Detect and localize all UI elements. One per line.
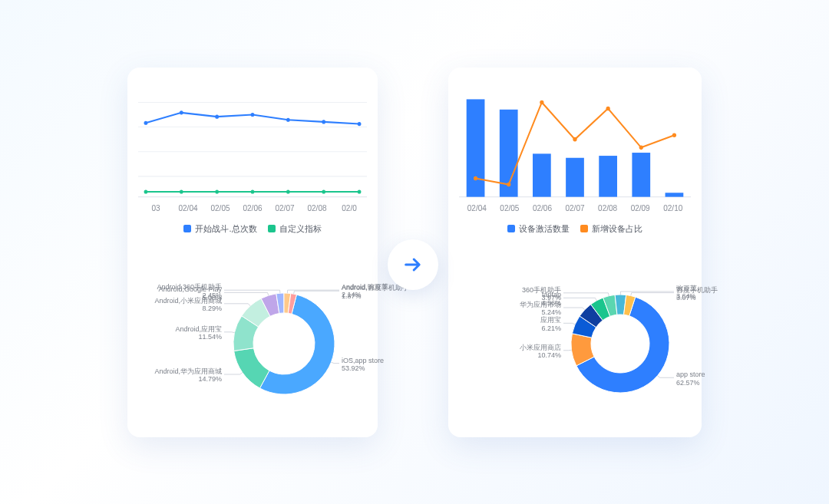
svg-point-14 xyxy=(215,189,219,193)
left-donut-chart: iOS,app store53.92%Android,华为应用商城14.79%A… xyxy=(138,253,367,436)
line-chart-x-ticks: 0302/0402/0502/0602/0702/0802/0 xyxy=(138,204,367,212)
legend-item: 自定义指标 xyxy=(268,223,322,235)
svg-point-16 xyxy=(286,189,290,193)
svg-point-10 xyxy=(322,120,325,124)
svg-point-12 xyxy=(144,189,148,193)
svg-point-29 xyxy=(540,100,543,105)
donut-label: Android,百度手机助手1.87% xyxy=(342,284,409,300)
donut-label: app store62.57% xyxy=(676,371,705,387)
combo-chart-x-ticks: 02/0402/0502/0602/0702/0802/0902/10 xyxy=(459,204,691,212)
svg-point-31 xyxy=(606,107,610,111)
svg-point-5 xyxy=(144,121,148,125)
svg-point-32 xyxy=(639,146,643,150)
legend-item: 开始战斗.总次数 xyxy=(183,223,256,235)
donut-label: 百度手机助手3.07% xyxy=(676,286,718,302)
svg-rect-24 xyxy=(599,156,617,197)
right-panel: 02/0402/0502/0602/0702/0802/0902/10 设备激活… xyxy=(448,68,702,437)
svg-point-13 xyxy=(180,189,183,193)
svg-rect-20 xyxy=(467,99,485,196)
left-panel: 0302/0402/0502/0602/0702/0802/0 开始战斗.总次数… xyxy=(127,68,378,437)
line-chart-legend: 开始战斗.总次数 自定义指标 xyxy=(138,223,367,235)
svg-point-8 xyxy=(251,113,255,117)
svg-point-33 xyxy=(672,133,676,138)
donut-label: iOS,app store53.92% xyxy=(342,357,384,373)
svg-point-15 xyxy=(251,189,255,193)
svg-point-9 xyxy=(286,118,290,122)
donut-label: Android,360手机助手2.45% xyxy=(157,283,222,299)
arrow-right-icon xyxy=(388,239,438,290)
line-chart xyxy=(138,86,367,201)
svg-rect-22 xyxy=(533,153,551,196)
donut-label: Android,华为应用商城14.79% xyxy=(154,367,222,384)
combo-chart xyxy=(459,86,691,201)
svg-point-30 xyxy=(573,137,576,142)
svg-point-17 xyxy=(322,189,325,193)
svg-point-18 xyxy=(358,189,362,193)
donut-label: 小米应用商店10.74% xyxy=(520,344,561,360)
svg-rect-26 xyxy=(666,193,684,196)
legend-item: 新增设备占比 xyxy=(580,223,642,235)
right-donut-chart: app store62.57%小米应用商店10.74%应用宝6.21%华为应用市… xyxy=(459,253,691,436)
donut-label: 应用宝6.21% xyxy=(540,316,561,332)
svg-rect-23 xyxy=(566,158,584,197)
svg-point-27 xyxy=(474,176,477,181)
combo-chart-legend: 设备激活数量 新增设备占比 xyxy=(459,223,691,235)
donut-label: 360手机助手3.97% xyxy=(522,286,561,302)
legend-item: 设备激活数量 xyxy=(507,223,570,235)
svg-point-6 xyxy=(180,110,183,114)
svg-rect-25 xyxy=(632,153,650,197)
svg-point-11 xyxy=(358,122,362,126)
svg-point-28 xyxy=(507,183,510,187)
svg-point-7 xyxy=(215,115,219,119)
donut-label: Android,应用宝11.54% xyxy=(175,325,222,341)
